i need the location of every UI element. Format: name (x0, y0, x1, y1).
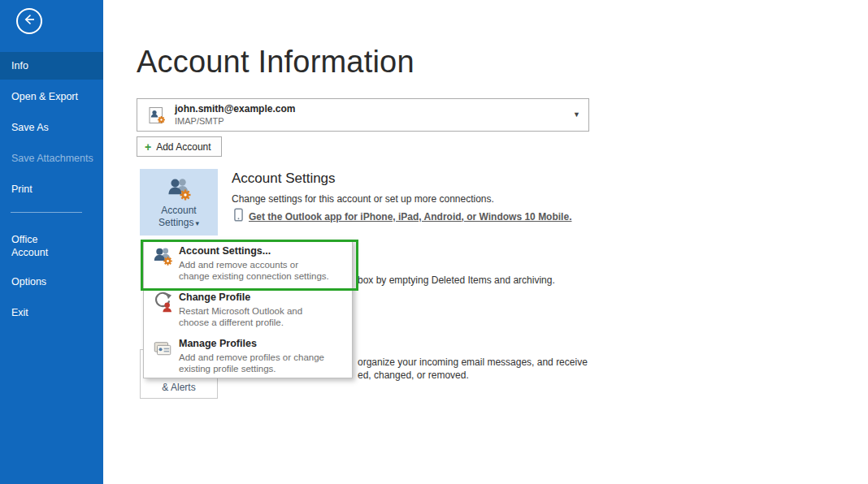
account-card-icon (147, 106, 167, 125)
outlook-backstage-account-info: Info Open & Export Save As Save Attachme… (0, 0, 868, 484)
change-profile-icon (152, 292, 173, 313)
tile-label-line1: Account (161, 205, 196, 217)
page-title: Account Information (137, 45, 414, 80)
account-settings-people-gear-icon (166, 175, 192, 205)
sidebar-item-open-export[interactable]: Open & Export (0, 83, 103, 110)
phone-icon (234, 208, 243, 225)
menu-item-description: Add and remove profiles or change (179, 352, 324, 362)
back-button[interactable] (16, 8, 42, 34)
menu-item-description: change existing connection settings. (179, 271, 329, 281)
menu-item-description: Add and remove accounts or (179, 260, 298, 270)
menu-item-description: existing profile settings. (179, 364, 276, 374)
rules-alerts-text-fragment-1: organize your incoming email messages, a… (358, 357, 588, 368)
account-selector-dropdown[interactable]: john.smith@example.com IMAP/SMTP ▼ (137, 98, 589, 132)
menu-item-account-settings[interactable]: Account Settings... Add and remove accou… (144, 240, 352, 287)
sidebar-item-options[interactable]: Options (0, 268, 103, 296)
sidebar-item-office-account[interactable]: Office Account (0, 230, 73, 262)
section-heading: Account Settings (232, 171, 336, 187)
outlook-app-link[interactable]: Get the Outlook app for iPhone, iPad, An… (249, 211, 571, 223)
sidebar-item-save-as[interactable]: Save As (0, 114, 103, 141)
sidebar-item-print[interactable]: Print (0, 175, 103, 203)
sidebar-divider (11, 212, 82, 213)
add-account-label: Add Account (156, 141, 210, 153)
selected-account-email: john.smith@example.com (175, 103, 295, 115)
plus-icon: + (145, 141, 151, 153)
rules-alerts-text-fragment-2: ed, changed, or removed. (358, 369, 469, 381)
menu-item-change-profile[interactable]: Change Profile Restart Microsoft Outlook… (144, 287, 352, 333)
sidebar-item-save-attachments: Save Attachments (0, 145, 103, 172)
sidebar-item-exit[interactable]: Exit (0, 299, 103, 326)
add-account-button[interactable]: + Add Account (137, 136, 222, 157)
manage-profiles-icon (152, 338, 173, 359)
back-arrow-icon (23, 13, 36, 29)
section-description: Change settings for this account or set … (232, 193, 494, 205)
menu-item-description: Restart Microsoft Outlook and (179, 306, 302, 316)
backstage-sidebar: Info Open & Export Save As Save Attachme… (0, 0, 103, 484)
account-settings-people-gear-icon (152, 245, 173, 266)
rules-tile-visible-label: & Alerts (141, 382, 217, 393)
menu-item-description: choose a different profile. (179, 318, 284, 327)
chevron-down-icon[interactable]: ▼ (573, 110, 580, 119)
outlook-app-link-row[interactable]: Get the Outlook app for iPhone, iPad, An… (234, 208, 571, 225)
menu-item-title: Manage Profiles (179, 338, 257, 349)
dropdown-caret-icon: ▾ (195, 219, 199, 227)
tile-label-line2: Settings (158, 217, 193, 228)
selected-account-protocol: IMAP/SMTP (175, 116, 224, 126)
menu-item-title: Account Settings... (179, 245, 271, 257)
account-settings-tile-button[interactable]: Account Settings▾ (140, 169, 218, 236)
menu-item-manage-profiles[interactable]: Manage Profiles Add and remove profiles … (144, 333, 352, 379)
sidebar-item-info[interactable]: Info (0, 52, 103, 80)
account-settings-dropdown-menu: Account Settings... Add and remove accou… (143, 240, 353, 378)
mailbox-cleanup-text-fragment: box by emptying Deleted Items and archiv… (358, 274, 555, 286)
menu-item-title: Change Profile (179, 292, 250, 303)
